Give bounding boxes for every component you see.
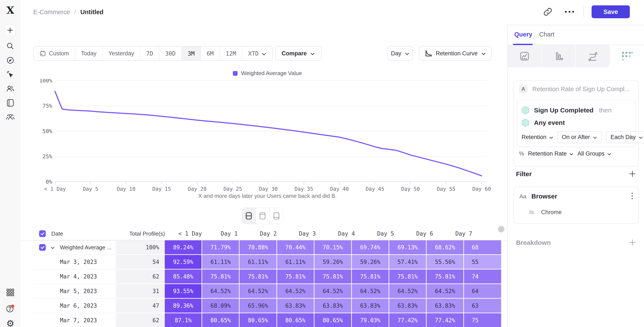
date-range-yesterday[interactable]: Yesterday	[103, 46, 140, 60]
retention-cell[interactable]: 59.26%	[314, 255, 352, 270]
retention-cell[interactable]: 75.81%	[240, 270, 277, 284]
retention-cell[interactable]: 68.62%	[426, 240, 464, 255]
retention-cell[interactable]: 69.74%	[352, 240, 389, 255]
filter-card[interactable]: Aa Browser Is Chrome	[514, 187, 639, 224]
retention-cell[interactable]: 55.56%	[426, 255, 464, 270]
retention-cell[interactable]: 75.81%	[314, 270, 352, 284]
first-event-row[interactable]: Sign Up Completed then	[522, 104, 631, 116]
date-range-7d[interactable]: 7D	[140, 46, 160, 60]
granularity-dropdown[interactable]: Day	[387, 46, 413, 61]
boards-icon[interactable]	[6, 98, 15, 107]
breadcrumb-page-title[interactable]: Untitled	[80, 8, 104, 16]
tab-chart[interactable]: Chart	[539, 31, 554, 38]
column-header-day[interactable]: Day 3	[288, 230, 327, 237]
filter-value[interactable]: Chrome	[541, 209, 562, 216]
retention-cell[interactable]: 61.11%	[277, 255, 314, 270]
row-date-cell[interactable]: Weighted Average ...	[33, 240, 116, 255]
compare-button[interactable]: Compare	[275, 46, 321, 61]
row-checkbox[interactable]	[39, 230, 46, 237]
chart-type-flows[interactable]	[576, 45, 610, 67]
mixpanel-logo-icon[interactable]: X	[5, 5, 16, 16]
chart-type-funnels[interactable]	[542, 45, 576, 67]
retention-cell[interactable]: 64.52%	[314, 284, 352, 299]
retention-cell[interactable]: 77.42%	[389, 313, 426, 327]
retention-cell-clipped[interactable]: 74	[464, 270, 502, 284]
retention-cell[interactable]: 64.52%	[389, 284, 426, 299]
retention-cell-clipped[interactable]: 55	[464, 255, 502, 270]
save-button[interactable]: Save	[592, 5, 630, 18]
add-filter-button[interactable]	[628, 170, 637, 178]
filter-property[interactable]: Browser	[532, 193, 557, 200]
retention-cell[interactable]: 65.96%	[240, 299, 277, 313]
row-date-cell[interactable]: Mar 5, 2023	[33, 284, 116, 299]
retention-cell-clipped[interactable]: 64	[464, 284, 502, 299]
date-range-3m[interactable]: 3M	[182, 46, 201, 60]
groups-dropdown[interactable]: All Groups	[578, 150, 611, 157]
help-icon[interactable]	[6, 304, 15, 313]
retention-type-dropdown[interactable]: Retention	[522, 134, 553, 141]
chart-type-retention[interactable]	[610, 45, 644, 67]
copy-link-button[interactable]	[542, 6, 554, 18]
date-range-12m[interactable]: 12M	[220, 46, 242, 60]
create-new-button[interactable]	[4, 24, 16, 36]
row-date-cell[interactable]: Mar 7, 2023	[33, 313, 116, 327]
retention-cell[interactable]: 63.83%	[277, 299, 314, 313]
retention-cell[interactable]: 75.81%	[389, 270, 426, 284]
retention-cell[interactable]: 89.36%	[165, 299, 202, 313]
date-range-6m[interactable]: 6M	[201, 46, 220, 60]
column-header-day[interactable]: Day 5	[366, 230, 405, 237]
retention-cell[interactable]: 63.83%	[389, 299, 426, 313]
retention-curve-chart[interactable]: 0%25%50%75%100%< 1 DayDay 5Day 10Day 15D…	[33, 79, 502, 195]
filter-operator[interactable]: Is	[529, 209, 534, 216]
criteria-dropdown[interactable]: On or After	[557, 131, 602, 143]
retention-cell[interactable]: 61.11%	[240, 255, 277, 270]
column-header-day[interactable]: Day 2	[249, 230, 288, 237]
column-header-day[interactable]: Day 6	[405, 230, 444, 237]
apps-grid-icon[interactable]	[6, 288, 15, 297]
retention-cell[interactable]: 64.52%	[352, 284, 389, 299]
retention-cell[interactable]: 85.48%	[165, 270, 202, 284]
retention-cell[interactable]: 57.41%	[389, 255, 426, 270]
row-date-cell[interactable]: Mar 6, 2023	[33, 299, 116, 313]
series-header[interactable]: A Retention Rate of Sign Up Compl...	[519, 85, 630, 93]
cohorts-icon[interactable]	[6, 113, 15, 122]
view-mode-table-only[interactable]	[270, 208, 283, 224]
more-options-button[interactable]	[565, 11, 574, 13]
column-header-day[interactable]: Day 1	[210, 230, 249, 237]
chart-type-dropdown[interactable]: Retention Curve	[419, 46, 492, 61]
retention-cell-clipped[interactable]: 63	[464, 299, 502, 313]
legend-label[interactable]: Weighted Average Value	[241, 70, 302, 77]
retention-cell[interactable]: 70.15%	[314, 240, 352, 255]
date-range-today[interactable]: Today	[75, 46, 103, 60]
retention-cell[interactable]: 75.81%	[202, 270, 240, 284]
retention-cell-clipped[interactable]: 68	[464, 240, 502, 255]
date-range-xtd[interactable]: XTD	[242, 46, 272, 60]
retention-cell[interactable]: 64.52%	[240, 284, 277, 299]
retention-cell[interactable]: 61.11%	[202, 255, 240, 270]
row-date-cell[interactable]: Mar 4, 2023	[33, 270, 116, 284]
table-scroll-indicator[interactable]	[498, 226, 504, 232]
retention-cell[interactable]: 75.81%	[426, 270, 464, 284]
retention-cell[interactable]: 75.81%	[277, 270, 314, 284]
row-date-cell[interactable]: Mar 3, 2023	[33, 255, 116, 270]
retention-cell[interactable]: 63.83%	[426, 299, 464, 313]
retention-cell[interactable]: 89.24%	[165, 240, 202, 255]
breadcrumb-project[interactable]: E-Commerce	[33, 8, 70, 16]
settings-gear-icon[interactable]: ⚙	[6, 319, 15, 327]
view-mode-chart-only[interactable]	[256, 208, 270, 224]
retention-cell[interactable]: 80.65%	[240, 313, 277, 327]
retention-cell[interactable]: 63.83%	[314, 299, 352, 313]
expand-caret-icon[interactable]	[50, 244, 55, 251]
events-cursor-icon[interactable]	[6, 70, 15, 79]
search-icon[interactable]	[6, 41, 15, 51]
retention-cell-clipped[interactable]: 75	[464, 313, 502, 327]
chart-type-insights[interactable]	[508, 45, 542, 67]
retention-cell[interactable]: 93.55%	[165, 284, 202, 299]
date-range-30d[interactable]: 30D	[160, 46, 182, 60]
retention-cell[interactable]: 69.13%	[389, 240, 426, 255]
retention-cell[interactable]: 87.1%	[165, 313, 202, 327]
retention-cell[interactable]: 75.81%	[352, 270, 389, 284]
retention-cell[interactable]: 80.65%	[277, 313, 314, 327]
retention-cell[interactable]: 70.88%	[240, 240, 277, 255]
retention-cell[interactable]: 92.59%	[165, 255, 202, 270]
